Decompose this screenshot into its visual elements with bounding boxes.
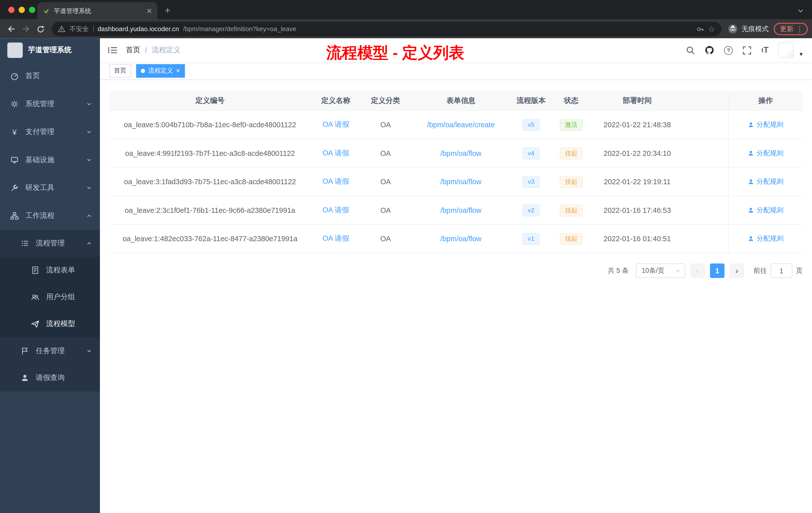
sidebar-logo[interactable]: 芋道管理系统 <box>0 38 100 62</box>
password-key-icon[interactable] <box>696 25 704 33</box>
deploy-time: 2022-01-22 19:19:11 <box>592 168 683 195</box>
sidebar-item-leave-query[interactable]: 请假查询 <box>0 364 100 391</box>
sidebar-item-task-management[interactable]: 任务管理 <box>0 338 100 364</box>
minimize-window-button[interactable] <box>19 7 25 13</box>
github-icon[interactable] <box>705 46 714 55</box>
tags-view-bar: 首页 流程定义 × <box>100 62 812 80</box>
column-header: 定义编号 <box>109 91 311 110</box>
chevron-up-icon <box>86 212 92 220</box>
definition-id: oa_leave:1:482ec033-762a-11ec-8477-a2380… <box>109 224 311 252</box>
paper-plane-icon <box>31 320 39 328</box>
breadcrumb-separator: / <box>145 46 147 55</box>
new-tab-button[interactable]: + <box>165 5 171 16</box>
tab-search-icon[interactable] <box>798 7 804 16</box>
sidebar-item-process-model[interactable]: 流程模型 <box>0 311 100 338</box>
reload-button[interactable] <box>33 22 48 36</box>
form-info-link[interactable]: /bpm/oa/flow <box>440 177 482 186</box>
browser-menu-icon[interactable]: ⋮ <box>796 25 803 33</box>
definition-id: oa_leave:2:3c1f0ef1-76b1-11ec-9c66-a2380… <box>109 196 311 224</box>
chevron-down-icon <box>86 100 92 108</box>
breadcrumb: 首页 / 流程定义 <box>126 46 180 55</box>
font-size-icon[interactable]: tT <box>761 46 768 55</box>
close-window-button[interactable] <box>8 7 14 13</box>
form-info-link[interactable]: /bpm/oa/flow <box>440 206 482 214</box>
definition-name-link[interactable]: OA 请假 <box>323 177 349 186</box>
active-tag-dot <box>141 68 145 73</box>
page-number-button[interactable]: 1 <box>710 264 725 278</box>
definition-name-link[interactable]: OA 请假 <box>323 234 349 243</box>
person-icon <box>748 150 754 156</box>
column-header: 部署时间 <box>592 91 683 110</box>
assign-rule-link[interactable]: 分配规则 <box>748 149 783 158</box>
sidebar-collapse-icon[interactable] <box>108 46 117 55</box>
goto-page-input[interactable] <box>771 264 792 278</box>
fullscreen-icon[interactable] <box>743 46 752 55</box>
page-size-select[interactable]: 10条/页 <box>636 264 685 278</box>
column-header: 定义分类 <box>361 91 410 110</box>
page-content: 定义编号 定义名称 定义分类 表单信息 流程版本 状态 部署时间 操作 oa_l… <box>100 80 812 513</box>
workflow-icon <box>10 212 19 220</box>
version-badge: v1 <box>522 233 539 244</box>
deploy-time: 2022-01-22 20:34:10 <box>592 139 683 167</box>
tag-close-icon[interactable]: × <box>176 67 180 74</box>
definition-name-link[interactable]: OA 请假 <box>323 206 349 215</box>
sidebar-item-payment-management[interactable]: ¥ 支付管理 <box>0 118 100 146</box>
sidebar-item-process-form[interactable]: 流程表单 <box>0 257 100 283</box>
assign-rule-link[interactable]: 分配规则 <box>748 120 783 129</box>
table-row: oa_leave:2:3c1f0ef1-76b1-11ec-9c66-a2380… <box>109 196 803 224</box>
infrastructure-icon <box>10 156 19 164</box>
sidebar-item-home[interactable]: 首页 <box>0 62 100 90</box>
browser-tab[interactable]: 芋道管理系统 ✕ <box>37 2 158 20</box>
chevron-down-icon <box>675 267 681 275</box>
chevron-down-icon <box>86 184 92 192</box>
status-badge: 挂起 <box>560 204 583 216</box>
tag-process-definition[interactable]: 流程定义 × <box>136 64 184 78</box>
form-info-link[interactable]: /bpm/oa/flow <box>440 234 482 243</box>
assign-rule-link[interactable]: 分配规则 <box>748 206 783 215</box>
version-badge: v2 <box>522 204 539 216</box>
definition-name-link[interactable]: OA 请假 <box>323 120 349 129</box>
definition-name-link[interactable]: OA 请假 <box>323 149 349 158</box>
user-avatar[interactable] <box>778 42 794 58</box>
app-header: 首页 / 流程定义 流程模型 - 定义列表 ? tT <box>100 38 812 62</box>
version-badge: v4 <box>522 147 539 159</box>
search-icon[interactable] <box>686 46 695 55</box>
definition-id: oa_leave:5:004b710b-7b8a-11ec-8ef0-acde4… <box>109 111 311 139</box>
user-group-icon <box>31 293 39 301</box>
assign-rule-link[interactable]: 分配规则 <box>748 234 783 243</box>
status-badge: 激活 <box>560 119 583 130</box>
maximize-window-button[interactable] <box>29 7 35 13</box>
sidebar-item-user-group[interactable]: 用户分组 <box>0 283 100 310</box>
yen-icon: ¥ <box>10 127 19 136</box>
sidebar-item-process-management[interactable]: 流程管理 <box>0 230 100 257</box>
table-row: oa_leave:5:004b710b-7b8a-11ec-8ef0-acde4… <box>109 111 803 139</box>
chrome-update-button[interactable]: 更新 ⋮ <box>774 23 808 35</box>
form-info-link[interactable]: /bpm/oa/flow <box>440 149 482 157</box>
column-header: 流程版本 <box>512 91 551 110</box>
help-icon[interactable]: ? <box>724 46 733 55</box>
next-page-button[interactable]: › <box>730 264 744 278</box>
definition-category: OA <box>361 139 410 167</box>
sidebar-item-system-management[interactable]: 系统管理 <box>0 90 100 118</box>
address-bar[interactable]: 不安全 dashboard.yudao.iocoder.cn /bpm/mana… <box>52 22 721 36</box>
avatar-caret-down-icon[interactable]: ▼ <box>799 51 804 57</box>
breadcrumb-home-link[interactable]: 首页 <box>126 46 140 55</box>
form-info-link[interactable]: /bpm/oa/leave/create <box>427 121 495 129</box>
tab-close-icon[interactable]: ✕ <box>146 7 152 14</box>
forward-button[interactable] <box>19 22 33 36</box>
definition-id: oa_leave:4:991f2193-7b7f-11ec-a3c8-acde4… <box>109 139 311 167</box>
bookmark-star-icon[interactable]: ☆ <box>708 24 715 34</box>
assign-rule-link[interactable]: 分配规则 <box>748 177 783 186</box>
tag-home[interactable]: 首页 <box>109 64 131 78</box>
deploy-time: 2022-01-16 01:40:51 <box>592 224 683 252</box>
sidebar-item-label: 流程管理 <box>36 239 80 248</box>
sidebar-item-infrastructure[interactable]: 基础设施 <box>0 146 100 174</box>
status-badge: 挂起 <box>560 176 583 187</box>
version-badge: v5 <box>522 119 539 130</box>
status-badge: 挂起 <box>560 147 583 159</box>
security-label[interactable]: 不安全 <box>69 25 89 33</box>
back-button[interactable] <box>4 22 19 36</box>
prev-page-button[interactable]: ‹ <box>690 264 705 278</box>
sidebar-item-workflow[interactable]: 工作流程 <box>0 202 100 230</box>
sidebar-item-dev-tools[interactable]: 研发工具 <box>0 174 100 202</box>
